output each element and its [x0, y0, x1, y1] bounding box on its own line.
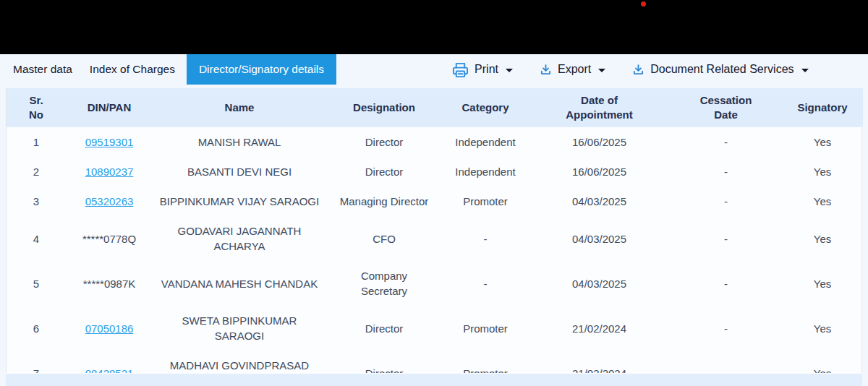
- cell-din: 09519301: [66, 127, 153, 157]
- tab-master-data[interactable]: Master data: [4, 54, 81, 85]
- table-header-row: Sr. NoDIN/PANNameDesignationCategoryDate…: [7, 88, 863, 127]
- table-row: 5*****0987KVANDANA MAHESH CHANDAKCompany…: [7, 261, 863, 306]
- pagination-bar: [6, 373, 862, 386]
- cell-name: VANDANA MAHESH CHANDAK: [153, 261, 326, 306]
- column-header-cessation-date: Cessation Date: [670, 88, 782, 127]
- print-label: Print: [475, 63, 498, 76]
- cell-designation: Director: [326, 157, 442, 186]
- table-body: 109519301MANISH RAWALDirectorIndependent…: [7, 127, 863, 386]
- cell-category: Independent: [442, 127, 529, 157]
- table-row: 4*****0778QGODAVARI JAGANNATH ACHARYACFO…: [7, 216, 863, 261]
- cell-date-of-appointment: 21/02/2024: [529, 306, 670, 351]
- cell-category: Promoter: [442, 306, 529, 351]
- cell-name: BIPPINKUMAR VIJAY SARAOGI: [153, 186, 326, 216]
- column-header-name: Name: [153, 88, 326, 127]
- column-header-din-pan: DIN/PAN: [66, 88, 153, 127]
- download-icon: [632, 64, 644, 76]
- cell-date-of-appointment: 16/06/2025: [529, 157, 670, 186]
- directors-table: Sr. NoDIN/PANNameDesignationCategoryDate…: [7, 88, 863, 386]
- cell-name: GODAVARI JAGANNATH ACHARYA: [153, 216, 326, 261]
- cell-cessation-date: -: [670, 157, 782, 186]
- cell-date-of-appointment: 16/06/2025: [529, 127, 670, 157]
- cell-category: Independent: [442, 157, 529, 186]
- cell-sr: 2: [7, 157, 66, 186]
- column-header-signatory: Signatory: [782, 88, 863, 127]
- cell-sr: 1: [7, 127, 66, 157]
- directors-table-container: Sr. NoDIN/PANNameDesignationCategoryDate…: [6, 88, 862, 386]
- column-header-sr-no: Sr. No: [7, 88, 66, 127]
- caret-down-icon: [801, 69, 809, 72]
- cell-name: SWETA BIPPINKUMAR SARAOGI: [153, 306, 326, 351]
- cell-signatory: Yes: [782, 127, 863, 157]
- cell-date-of-appointment: 04/03/2025: [529, 216, 670, 261]
- tab-toolbar: Master data Index of Charges Director/Si…: [0, 54, 868, 85]
- cell-designation: Company Secretary: [326, 261, 442, 306]
- download-icon: [540, 64, 552, 76]
- cell-category: -: [442, 261, 529, 306]
- cell-sr: 4: [7, 216, 66, 261]
- cell-cessation-date: -: [670, 261, 782, 306]
- din-pan-link[interactable]: 10890237: [85, 166, 134, 178]
- column-header-category: Category: [442, 88, 529, 127]
- cell-signatory: Yes: [782, 216, 863, 261]
- table-row: 305320263BIPPINKUMAR VIJAY SARAOGIManagi…: [7, 186, 863, 216]
- export-label: Export: [558, 63, 591, 76]
- cell-name: BASANTI DEVI NEGI: [153, 157, 326, 186]
- export-button[interactable]: Export: [540, 63, 605, 76]
- cell-designation: CFO: [326, 216, 442, 261]
- cell-cessation-date: -: [670, 127, 782, 157]
- cell-sr: 3: [7, 186, 66, 216]
- toolbar-actions: Print Export Document: [452, 54, 808, 85]
- cell-signatory: Yes: [782, 306, 863, 351]
- cell-date-of-appointment: 04/03/2025: [529, 261, 670, 306]
- top-black-bar: [0, 0, 868, 54]
- tab-group: Master data Index of Charges Director/Si…: [0, 54, 336, 85]
- cell-din: 07050186: [66, 306, 153, 351]
- din-pan-link[interactable]: 07050186: [85, 322, 134, 335]
- caret-down-icon: [506, 69, 513, 72]
- printer-icon: [452, 61, 469, 78]
- cell-din: 05320263: [66, 186, 153, 216]
- cell-designation: Director: [326, 127, 442, 157]
- cell-designation: Director: [326, 306, 442, 351]
- cell-din: 10890237: [66, 157, 153, 186]
- table-row: 109519301MANISH RAWALDirectorIndependent…: [7, 127, 863, 157]
- cell-signatory: Yes: [782, 186, 863, 216]
- cell-category: Promoter: [442, 186, 529, 216]
- cell-date-of-appointment: 04/03/2025: [529, 186, 670, 216]
- cell-din: *****0987K: [66, 261, 153, 306]
- cell-signatory: Yes: [782, 157, 863, 186]
- column-header-designation: Designation: [326, 88, 442, 127]
- cell-cessation-date: -: [670, 186, 782, 216]
- cell-sr: 5: [7, 261, 66, 306]
- din-pan-link[interactable]: 09519301: [85, 136, 134, 148]
- din-pan-link[interactable]: 05320263: [85, 195, 134, 207]
- tab-director-signatory-details[interactable]: Director/Signatory details: [187, 54, 336, 85]
- table-row: 607050186SWETA BIPPINKUMAR SARAOGIDirect…: [7, 306, 863, 351]
- cell-cessation-date: -: [670, 216, 782, 261]
- table-row: 210890237BASANTI DEVI NEGIDirectorIndepe…: [7, 157, 863, 186]
- print-button[interactable]: Print: [452, 61, 513, 78]
- recording-dot: [641, 1, 646, 7]
- cell-signatory: Yes: [782, 261, 863, 306]
- cell-sr: 6: [7, 306, 66, 351]
- cell-category: -: [442, 216, 529, 261]
- cell-designation: Managing Director: [326, 186, 442, 216]
- column-header-date-of-appointment: Date of Appointment: [529, 88, 670, 127]
- caret-down-icon: [598, 69, 605, 72]
- document-related-services-button[interactable]: Document Related Services: [632, 63, 808, 76]
- doc-services-label: Document Related Services: [650, 63, 793, 76]
- cell-din: *****0778Q: [66, 216, 153, 261]
- cell-cessation-date: -: [670, 306, 782, 351]
- tab-index-of-charges[interactable]: Index of Charges: [81, 54, 184, 85]
- cell-name: MANISH RAWAL: [153, 127, 326, 157]
